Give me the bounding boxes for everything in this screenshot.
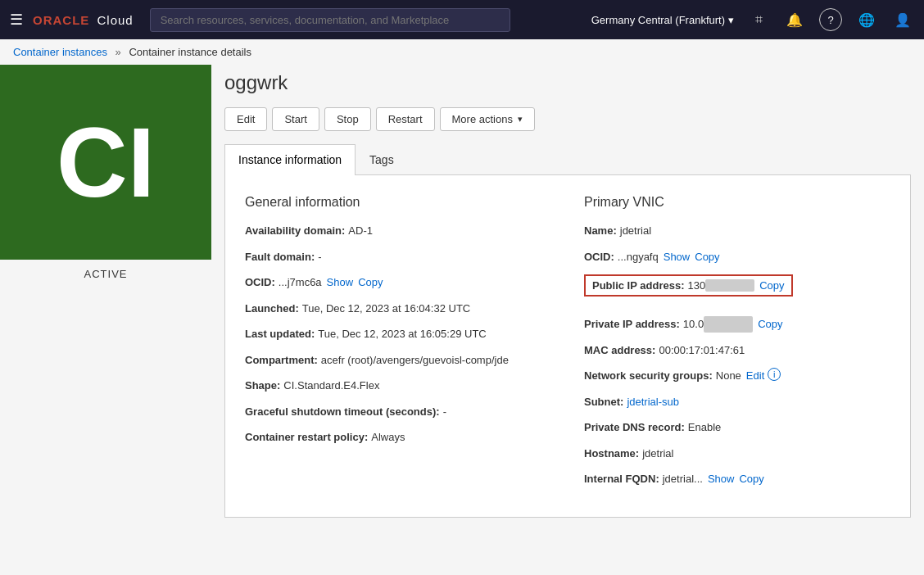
private-ip-copy-link[interactable]: Copy (758, 316, 782, 333)
graceful-shutdown-label: Graceful shutdown timeout (seconds): (245, 404, 440, 420)
hostname-row: Hostname: jdetrial (584, 446, 890, 462)
instance-status: ACTIVE (0, 260, 211, 288)
internal-fqdn-copy-link[interactable]: Copy (739, 471, 763, 487)
restart-button[interactable]: Restart (376, 107, 435, 131)
page-title: oggwrk (224, 71, 911, 94)
general-info-title: General information (245, 195, 551, 210)
launched-value: Tue, Dec 12, 2023 at 16:04:32 UTC (302, 301, 470, 317)
subnet-row: Subnet: jdetrial-sub (584, 394, 890, 410)
breadcrumb-current: Container instance details (129, 46, 251, 58)
oracle-logo-oracle: ORACLE (33, 13, 89, 27)
last-updated-row: Last updated: Tue, Dec 12, 2023 at 16:05… (245, 326, 551, 342)
vnic-ocid-row: OCID: ...ngyafq Show Copy (584, 249, 890, 265)
nsg-label: Network security groups: (584, 368, 713, 384)
globe-icon[interactable]: 🌐 (855, 8, 878, 31)
tab-instance-information[interactable]: Instance information (224, 144, 356, 175)
ocid-copy-link[interactable]: Copy (358, 274, 383, 291)
vnic-ocid-show-link[interactable]: Show (664, 249, 691, 265)
hostname-label: Hostname: (584, 446, 639, 462)
availability-domain-label: Availability domain: (245, 223, 345, 239)
primary-vnic-title: Primary VNIC (584, 195, 890, 210)
stop-button[interactable]: Stop (324, 107, 371, 131)
mac-address-value: 00:00:17:01:47:61 (659, 342, 745, 359)
nav-right-actions: Germany Central (Frankfurt) ▾ ⌗ 🔔 ? 🌐 👤 (591, 8, 914, 31)
instance-icon-box: CI (0, 65, 211, 260)
tabs-container: Instance information Tags (224, 144, 911, 175)
help-icon[interactable]: ? (819, 8, 842, 31)
mac-address-row: MAC address: 00:00:17:01:47:61 (584, 342, 890, 359)
nsg-info-icon[interactable]: i (768, 368, 781, 381)
private-dns-value: Enable (688, 419, 721, 436)
ocid-label: OCID: (245, 274, 275, 291)
graceful-shutdown-row: Graceful shutdown timeout (seconds): - (245, 404, 551, 420)
private-ip-value: 10.0 (683, 316, 704, 333)
internal-fqdn-row: Internal FQDN: jdetrial... Show Copy (584, 471, 890, 487)
tab-tags[interactable]: Tags (356, 144, 408, 174)
mac-address-label: MAC address: (584, 342, 655, 359)
details-columns: General information Availability domain:… (245, 195, 890, 497)
compartment-row: Compartment: acefr (root)/avengers/guevo… (245, 352, 551, 369)
launched-label: Launched: (245, 301, 299, 317)
restart-policy-value: Always (371, 429, 405, 446)
vnic-ocid-value: ...ngyafq (618, 249, 659, 265)
region-selector[interactable]: Germany Central (Frankfurt) ▾ (591, 14, 734, 26)
private-ip-label: Private IP address: (584, 316, 680, 333)
public-ip-highlighted-row: Public IP address: 130 Copy (584, 274, 793, 297)
private-dns-row: Private DNS record: Enable (584, 419, 890, 436)
last-updated-value: Tue, Dec 12, 2023 at 16:05:29 UTC (318, 326, 486, 342)
restart-policy-row: Container restart policy: Always (245, 429, 551, 446)
fault-domain-value: - (318, 249, 321, 265)
public-ip-row-wrapper: Public IP address: 130 Copy (584, 274, 890, 306)
nsg-edit-link[interactable]: Edit (746, 368, 764, 384)
more-actions-arrow-icon: ▾ (518, 114, 523, 125)
bell-icon[interactable]: 🔔 (783, 8, 806, 31)
public-ip-blurred (705, 279, 754, 292)
private-dns-label: Private DNS record: (584, 419, 685, 436)
details-panel: General information Availability domain:… (224, 175, 911, 518)
ocid-show-link[interactable]: Show (327, 274, 354, 291)
vnic-name-label: Name: (584, 223, 617, 239)
shape-label: Shape: (245, 378, 280, 394)
search-input[interactable] (150, 8, 510, 32)
restart-policy-label: Container restart policy: (245, 429, 368, 446)
public-ip-label: Public IP address: (592, 279, 684, 292)
nsg-row: Network security groups: None Edit i (584, 368, 890, 384)
subnet-label: Subnet: (584, 394, 623, 410)
internal-fqdn-show-link[interactable]: Show (708, 471, 735, 487)
region-arrow-icon: ▾ (728, 14, 734, 26)
terminal-icon[interactable]: ⌗ (747, 8, 770, 31)
edit-button[interactable]: Edit (224, 107, 267, 131)
private-ip-row: Private IP address: 10.0 Copy (584, 316, 890, 333)
breadcrumb: Container instances » Container instance… (0, 39, 924, 65)
internal-fqdn-value: jdetrial... (663, 471, 703, 487)
shape-value: CI.Standard.E4.Flex (283, 378, 379, 394)
public-ip-copy-link[interactable]: Copy (759, 279, 784, 292)
ocid-row: OCID: ...j7mc6a Show Copy (245, 274, 551, 291)
compartment-value: acefr (root)/avengers/guevoisl-comp/jde (321, 352, 509, 369)
right-panel: oggwrk Edit Start Stop Restart More acti… (211, 65, 924, 574)
vnic-ocid-copy-link[interactable]: Copy (695, 249, 719, 265)
breadcrumb-separator: » (116, 46, 121, 58)
general-info-column: General information Availability domain:… (245, 195, 551, 497)
subnet-link[interactable]: jdetrial-sub (627, 394, 679, 410)
breadcrumb-parent-link[interactable]: Container instances (13, 46, 107, 58)
oracle-logo-cloud: Cloud (93, 13, 133, 27)
action-buttons: Edit Start Stop Restart More actions ▾ (224, 107, 911, 131)
vnic-name-value: jdetrial (620, 223, 651, 239)
start-button[interactable]: Start (272, 107, 319, 131)
private-ip-blurred (704, 316, 753, 333)
fault-domain-row: Fault domain: - (245, 249, 551, 265)
hostname-value: jdetrial (642, 446, 673, 462)
hamburger-menu[interactable]: ☰ (10, 11, 23, 29)
compartment-label: Compartment: (245, 352, 318, 369)
vnic-ocid-label: OCID: (584, 249, 614, 265)
primary-vnic-column: Primary VNIC Name: jdetrial OCID: ...ngy… (584, 195, 890, 497)
region-label: Germany Central (Frankfurt) (591, 14, 725, 26)
nsg-value: None (716, 368, 741, 384)
more-actions-button[interactable]: More actions ▾ (440, 107, 535, 131)
instance-icon-letter: CI (57, 113, 155, 211)
profile-icon[interactable]: 👤 (891, 8, 914, 31)
availability-domain-row: Availability domain: AD-1 (245, 223, 551, 239)
graceful-shutdown-value: - (443, 404, 446, 420)
internal-fqdn-label: Internal FQDN: (584, 471, 659, 487)
